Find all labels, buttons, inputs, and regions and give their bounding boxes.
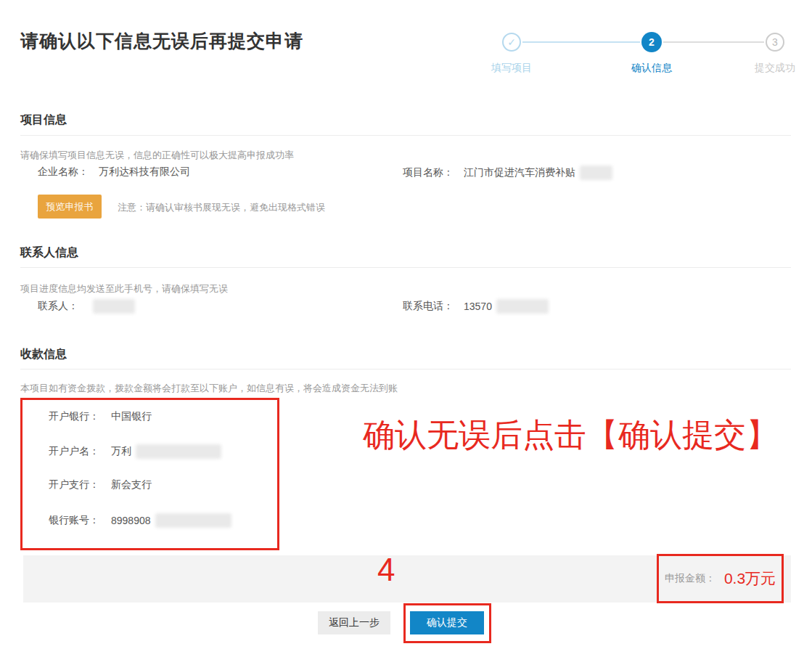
contact-section-tip: 项目进度信息均发送至此手机号，请确保填写无误 xyxy=(20,282,228,295)
bank-branch-label: 开户支行： xyxy=(49,478,99,491)
preview-note: 注意：请确认审核书展现无误，避免出现格式错误 xyxy=(118,201,325,214)
preview-application-button[interactable]: 预览申报书 xyxy=(38,195,102,219)
redacted-text xyxy=(496,299,549,314)
step-3-label: 提交成功 xyxy=(746,62,804,75)
project-name-field: 项目名称： 江门市促进汽车消费补贴 xyxy=(403,166,612,180)
account-holder-row: 开户户名： 万利 xyxy=(49,444,221,459)
step-1-check-icon: ✓ xyxy=(502,33,521,52)
bank-name-label: 开户银行： xyxy=(49,410,99,423)
redacted-text xyxy=(93,299,135,314)
redacted-text xyxy=(155,513,231,528)
step-1-label: 填写项目 xyxy=(483,62,541,75)
project-section-heading: 项目信息 xyxy=(20,113,67,128)
project-name-value: 江门市促进汽车消费补贴 xyxy=(464,166,575,179)
project-section-tip: 请确保填写项目信息无误，信息的正确性可以极大提高申报成功率 xyxy=(20,149,294,162)
step-connector-pending xyxy=(663,41,764,43)
bank-branch-value: 新会支行 xyxy=(111,478,152,491)
contact-person-label: 联系人： xyxy=(38,300,78,313)
contact-section-heading: 联系人信息 xyxy=(20,245,78,261)
declared-amount-highlight-box: 申报金额： 0.3万元 xyxy=(657,554,784,603)
bank-account-row: 银行账号： 8998908 xyxy=(49,513,231,528)
step-2-label: 确认信息 xyxy=(623,62,681,75)
bank-name-value: 中国银行 xyxy=(111,410,152,423)
bank-branch-row: 开户支行： 新会支行 xyxy=(49,478,152,491)
bank-account-value: 8998908 xyxy=(111,515,151,526)
redacted-text xyxy=(136,444,221,459)
bank-account-label: 银行账号： xyxy=(49,514,99,527)
back-button[interactable]: 返回上一步 xyxy=(318,611,390,634)
confirm-submit-button[interactable]: 确认提交 xyxy=(410,611,484,634)
bank-info-highlight-box: 开户银行： 中国银行 开户户名： 万利 开户支行： 新会支行 银行账号： 899… xyxy=(20,398,279,550)
account-holder-label: 开户户名： xyxy=(49,445,99,458)
account-holder-value: 万利 xyxy=(111,445,131,458)
project-name-label: 项目名称： xyxy=(403,166,454,179)
payment-section-tip: 本项目如有资金拨款，拨款金额将会打款至以下账户，如信息有误，将会造成资金无法到账 xyxy=(20,382,398,395)
step-2-circle: 2 xyxy=(641,32,662,52)
company-name-label: 企业名称： xyxy=(38,166,89,179)
divider xyxy=(20,267,791,268)
confirm-application-page: 请确认以下信息无误后再提交申请 ✓ 2 3 填写项目 确认信息 提交成功 项目信… xyxy=(0,0,812,649)
company-name-value: 万利达科技有限公司 xyxy=(99,166,190,179)
tutorial-annotation-text: 确认无误后点击【确认提交】 xyxy=(363,414,798,457)
declared-amount-value: 0.3万元 xyxy=(724,568,776,589)
step-3-circle: 3 xyxy=(766,33,784,52)
contact-phone-label: 联系电话： xyxy=(403,300,454,313)
contact-person-field: 联系人： xyxy=(38,299,135,314)
bank-name-row: 开户银行： 中国银行 xyxy=(49,410,152,423)
redacted-text xyxy=(580,166,612,180)
divider xyxy=(20,135,791,136)
step-connector-done xyxy=(522,41,640,43)
tutorial-step-number: 4 xyxy=(377,552,395,588)
company-name-field: 企业名称： 万利达科技有限公司 xyxy=(38,166,190,179)
page-title: 请确认以下信息无误后再提交申请 xyxy=(20,29,303,53)
step-indicator: ✓ 2 3 填写项目 确认信息 提交成功 xyxy=(479,33,802,78)
payment-section-heading: 收款信息 xyxy=(20,347,67,362)
divider xyxy=(20,369,791,370)
contact-phone-value: 13570 xyxy=(464,301,492,312)
contact-phone-field: 联系电话： 13570 xyxy=(403,299,549,314)
declared-amount-label: 申报金额： xyxy=(665,572,715,585)
